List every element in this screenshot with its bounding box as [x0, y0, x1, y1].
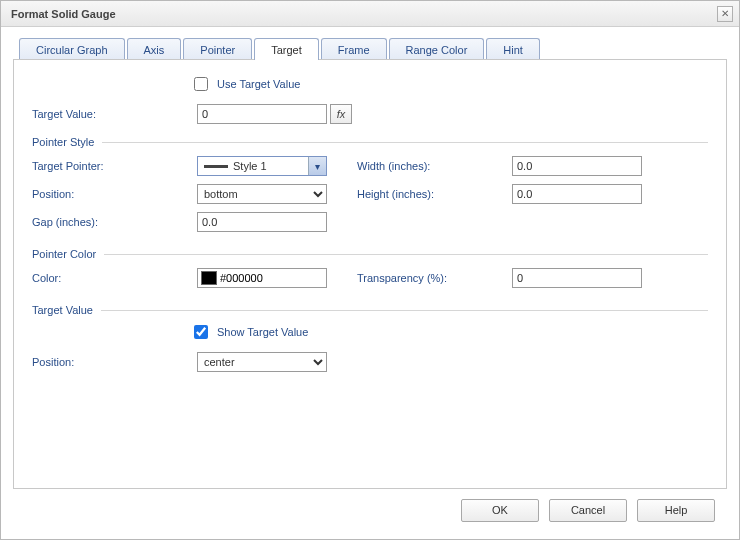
tab-bar: Circular Graph Axis Pointer Target Frame…	[19, 37, 727, 59]
pointer-style-header: Pointer Style	[32, 136, 94, 148]
close-button[interactable]: ✕	[717, 6, 733, 22]
target-pointer-select[interactable]: Style 1 ▾	[197, 156, 327, 176]
show-target-value-checkbox[interactable]	[194, 325, 208, 339]
use-target-value-checkbox[interactable]	[194, 77, 208, 91]
titlebar: Format Solid Gauge ✕	[1, 1, 739, 27]
color-label: Color:	[32, 272, 197, 284]
cancel-button[interactable]: Cancel	[549, 499, 627, 522]
tv-position-label: Position:	[32, 356, 197, 368]
ok-button[interactable]: OK	[461, 499, 539, 522]
target-pointer-value: Style 1	[233, 160, 308, 172]
fx-button[interactable]: fx	[330, 104, 352, 124]
width-label: Width (inches):	[357, 160, 512, 172]
help-button[interactable]: Help	[637, 499, 715, 522]
dialog-footer: OK Cancel Help	[13, 489, 727, 531]
fx-icon: fx	[337, 108, 346, 120]
gap-input[interactable]	[197, 212, 327, 232]
color-swatch	[201, 271, 217, 285]
height-label: Height (inches):	[357, 188, 512, 200]
tab-hint[interactable]: Hint	[486, 38, 540, 60]
use-target-value-label: Use Target Value	[217, 78, 300, 90]
tab-pointer[interactable]: Pointer	[183, 38, 252, 60]
divider	[101, 310, 708, 311]
target-value-label: Target Value:	[32, 108, 197, 120]
transparency-input[interactable]	[512, 268, 642, 288]
divider	[104, 254, 708, 255]
close-icon: ✕	[721, 8, 729, 19]
dialog-body: Circular Graph Axis Pointer Target Frame…	[1, 27, 739, 539]
show-target-value-label: Show Target Value	[217, 326, 308, 338]
tab-circular-graph[interactable]: Circular Graph	[19, 38, 125, 60]
color-input[interactable]	[220, 270, 310, 286]
position-select[interactable]: bottom	[197, 184, 327, 204]
pointer-color-header: Pointer Color	[32, 248, 96, 260]
dialog-format-solid-gauge: Format Solid Gauge ✕ Circular Graph Axis…	[0, 0, 740, 540]
window-title: Format Solid Gauge	[11, 8, 717, 20]
tab-axis[interactable]: Axis	[127, 38, 182, 60]
tab-target[interactable]: Target	[254, 38, 319, 60]
target-value-input[interactable]	[197, 104, 327, 124]
divider	[102, 142, 708, 143]
width-input[interactable]	[512, 156, 642, 176]
position-label: Position:	[32, 188, 197, 200]
chevron-down-icon: ▾	[308, 157, 326, 175]
transparency-label: Transparency (%):	[357, 272, 512, 284]
tab-panel-target: Use Target Value Target Value: fx Pointe…	[13, 59, 727, 489]
color-field[interactable]	[197, 268, 327, 288]
tab-frame[interactable]: Frame	[321, 38, 387, 60]
style-line-icon	[204, 165, 228, 168]
gap-label: Gap (inches):	[32, 216, 197, 228]
target-pointer-label: Target Pointer:	[32, 160, 197, 172]
target-value-header: Target Value	[32, 304, 93, 316]
tv-position-select[interactable]: center	[197, 352, 327, 372]
tab-range-color[interactable]: Range Color	[389, 38, 485, 60]
height-input[interactable]	[512, 184, 642, 204]
